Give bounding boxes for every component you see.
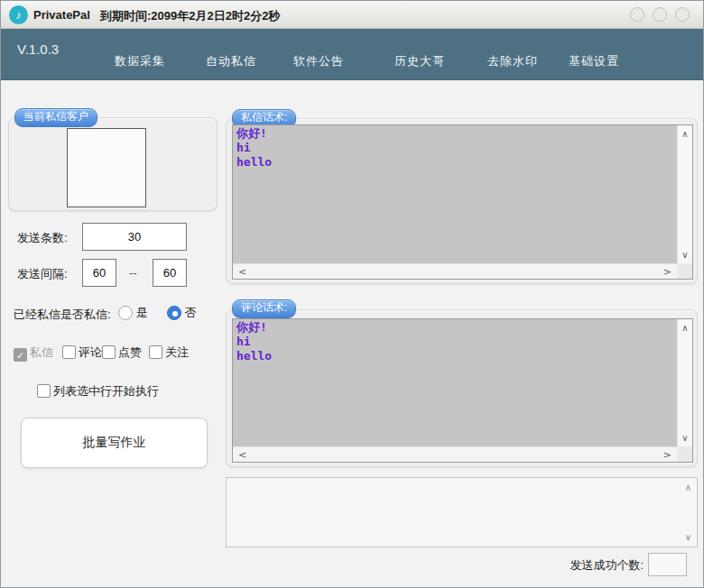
checkbox-list-row-box [37,384,51,398]
checkbox-like-box [102,345,116,359]
comment-vertical-scrollbar[interactable]: ∧ ∨ [677,319,692,446]
radio-yes[interactable]: 是 [118,305,148,321]
scrollbar-corner [677,263,692,279]
interval-from-input[interactable] [82,259,116,287]
scroll-down-icon[interactable]: ∨ [685,532,691,542]
checkbox-list-row-label: 列表选中行开始执行 [53,384,159,398]
comment-script-badge: 评论话术: [232,299,296,318]
comment-script-content[interactable]: 你好! hi hello [233,319,677,446]
success-count-value [648,553,687,576]
checkbox-comment-box [62,345,76,359]
comment-script-textarea: 你好! hi hello ∧ ∨ < > [232,318,693,463]
checkbox-like[interactable]: 点赞 [102,345,142,361]
checkbox-comment-label: 评论 [79,345,102,359]
music-note-icon: ♪ [9,5,28,24]
radio-no-circle-selected [167,306,181,320]
title-bar: ♪ PrivatePal 到期时间:2099年2月2日2时2分2秒 [1,1,703,29]
scroll-left-icon[interactable]: < [238,449,246,461]
radio-no-label: 否 [185,306,197,319]
radio-no[interactable]: 否 [167,305,197,321]
radio-yes-label: 是 [136,306,148,319]
dm-script-content[interactable]: 你好! hi hello [233,125,677,263]
checkbox-follow-box [149,345,162,359]
checkbox-like-label: 点赞 [118,345,142,359]
close-button[interactable] [675,7,690,22]
send-interval-label: 发送间隔: [17,266,68,282]
scroll-up-icon[interactable]: ∧ [681,323,688,333]
dm-script-textarea: 你好! hi hello ∧ ∨ < > [232,124,693,280]
comment-horizontal-scrollbar[interactable]: < > [233,446,677,462]
app-window: ♪ PrivatePal 到期时间:2099年2月2日2时2分2秒 V.1.0.… [0,0,704,588]
current-client-badge: 当前私信客户 [14,108,97,127]
radio-yes-circle [118,306,133,320]
checkbox-follow[interactable]: 关注 [149,345,189,361]
scroll-down-icon[interactable]: ∨ [681,250,688,260]
dm-script-groupbox: 私信话术: 你好! hi hello ∧ ∨ < > [226,118,698,284]
nav-item-data-collect[interactable]: 数据采集 [115,53,165,69]
checkbox-dm-label: 私信 [30,345,53,359]
maximize-button[interactable] [653,7,667,22]
minimize-button[interactable] [630,7,644,22]
nav-item-watermark[interactable]: 去除水印 [487,53,538,69]
success-count-label: 发送成功个数: [553,557,644,574]
scroll-right-icon[interactable]: > [663,266,672,278]
version-label: V.1.0.3 [17,41,59,57]
checkbox-dm-box-checked: ✓ [14,348,27,362]
scroll-down-icon[interactable]: ∨ [681,433,688,443]
checkbox-comment[interactable]: 评论 [62,345,102,361]
comment-script-groupbox: 评论话术: 你好! hi hello ∧ ∨ < > [226,309,698,467]
checkbox-dm[interactable]: ✓私信 [14,345,53,362]
checkbox-follow-label: 关注 [165,345,189,359]
interval-dash: -- [129,266,137,280]
nav-item-announcement[interactable]: 软件公告 [293,53,344,69]
scroll-left-icon[interactable]: < [238,266,246,278]
expiry-time-text: 到期时间:2099年2月2日2时2分2秒 [100,8,280,24]
resend-question-label: 已经私信是否私信: [14,307,111,323]
dm-horizontal-scrollbar[interactable]: < > [233,263,677,279]
nav-item-settings[interactable]: 基础设置 [569,53,619,69]
app-title: PrivatePal [33,8,90,22]
scroll-up-icon[interactable]: ∧ [685,482,691,492]
nav-bar: V.1.0.3 数据采集 自动私信 软件公告 历史大哥 去除水印 基础设置 [1,29,703,80]
status-log-box[interactable]: ∧ ∨ [226,477,698,547]
send-count-label: 发送条数: [17,230,68,246]
interval-to-input[interactable] [153,259,187,287]
send-count-input[interactable] [82,223,187,251]
nav-item-history[interactable]: 历史大哥 [394,53,445,69]
checkbox-list-row-start[interactable]: 列表选中行开始执行 [37,383,159,400]
client-avatar-placeholder [67,128,146,207]
scroll-right-icon[interactable]: > [663,449,672,461]
batch-write-button[interactable]: 批量写作业 [21,418,208,468]
current-client-groupbox: 当前私信客户 [8,117,218,211]
scroll-up-icon[interactable]: ∧ [681,129,688,139]
dm-vertical-scrollbar[interactable]: ∧ ∨ [677,125,692,263]
scrollbar-corner [677,446,692,462]
nav-item-auto-dm[interactable]: 自动私信 [206,53,256,69]
